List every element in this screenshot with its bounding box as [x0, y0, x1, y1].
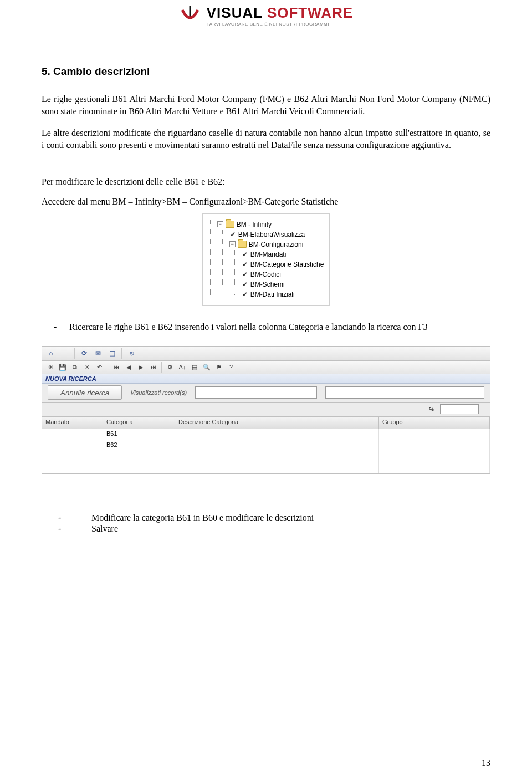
main-toolbar: ⌂ ≣ ⟳ ✉ ◫ ⎋	[42, 347, 490, 361]
page-number: 13	[482, 758, 490, 768]
find-icon[interactable]: 🔍	[201, 362, 212, 373]
folder-icon	[238, 241, 247, 248]
cell-gruppo[interactable]	[379, 440, 490, 451]
search-row: Annulla ricerca Visualizzati record(s)	[42, 384, 490, 403]
visualized-label: Visualizzati record(s)	[130, 389, 187, 396]
check-icon: ✔	[242, 251, 248, 258]
tree-node-config[interactable]: − BM-Configurazioni	[205, 240, 324, 250]
tree-label: BM - Infinity	[237, 221, 272, 228]
tree-label: BM-Dati Iniziali	[250, 291, 295, 298]
cell-mandato[interactable]	[42, 440, 103, 451]
paragraph-1: Le righe gestionali B61 Altri Marchi For…	[42, 93, 490, 117]
search-banner: NUOVA RICERCA	[42, 374, 490, 384]
cell-categoria-active[interactable]: B62	[103, 440, 175, 451]
table-row-empty[interactable]	[42, 462, 490, 473]
tree-label: BM-Codici	[250, 271, 281, 278]
progress-row: %	[42, 403, 490, 417]
logo-name-part1: VISUAL	[207, 4, 263, 21]
logo-mark-icon	[179, 4, 201, 27]
menu-tree-screenshot: − BM - Infinity ✔ BM-Elabora\Visualizza …	[42, 213, 490, 306]
percent-label: %	[429, 406, 434, 413]
bottom-list-item: -Modificare la categoria B61 in B60 e mo…	[42, 513, 490, 523]
undo-icon[interactable]: ↶	[94, 362, 105, 373]
list-icon[interactable]: ≣	[59, 347, 71, 359]
check-icon: ✔	[242, 291, 248, 298]
grid-header: Mandato Categoria Descrizione Categoria …	[42, 417, 490, 429]
list-text: Modificare la categoria B61 in B60 e mod…	[91, 513, 314, 522]
cell-gruppo[interactable]	[379, 429, 490, 440]
tree-node-root[interactable]: − BM - Infinity	[205, 220, 324, 230]
tree-label: BM-Mandati	[250, 251, 287, 258]
tree-node[interactable]: ✔ BM-Schemi	[205, 279, 324, 289]
first-record-icon[interactable]: ⏮	[111, 362, 122, 373]
logo-tagline: FARVI LAVORARE BENE È NEI NOSTRI PROGRAM…	[207, 22, 353, 27]
sort-az-icon[interactable]: A↓	[177, 362, 188, 373]
delete-icon[interactable]: ✕	[81, 362, 93, 373]
chart-icon[interactable]: ◫	[106, 347, 118, 359]
collapse-icon[interactable]: −	[229, 241, 236, 247]
col-descrizione[interactable]: Descrizione Categoria	[175, 417, 379, 429]
tree-label: BM-Elabora\Visualizza	[238, 231, 305, 238]
cancel-search-button[interactable]: Annulla ricerca	[48, 385, 122, 400]
flag-icon[interactable]: ⚑	[213, 362, 224, 373]
list-text: Ricercare le righe B61 e B62 inserendo i…	[69, 322, 427, 332]
last-record-icon[interactable]: ⏭	[147, 362, 158, 373]
col-mandato[interactable]: Mandato	[42, 417, 103, 429]
folder-icon	[226, 221, 234, 228]
tree-label: BM-Categorie Statistiche	[250, 261, 324, 268]
check-icon: ✔	[242, 261, 248, 268]
refresh-icon[interactable]: ⟳	[78, 347, 90, 359]
tree-node[interactable]: ✔ BM-Codici	[205, 269, 324, 279]
table-row[interactable]: B61	[42, 429, 490, 440]
check-icon: ✔	[229, 231, 236, 238]
check-icon: ✔	[242, 271, 248, 278]
search-banner-label: NUOVA RICERCA	[45, 375, 96, 382]
help-icon[interactable]: ?	[226, 362, 237, 373]
mail-icon[interactable]: ✉	[92, 347, 104, 359]
logo-name-part2: SOFTWARE	[267, 4, 353, 21]
next-record-icon[interactable]: ▶	[135, 362, 146, 373]
col-categoria[interactable]: Categoria	[103, 417, 175, 429]
subline-path: Accedere dal menu BM – Infinity>BM – Con…	[42, 196, 490, 208]
prev-record-icon[interactable]: ◀	[123, 362, 134, 373]
record-toolbar: ✳ 💾 ⧉ ✕ ↶ ⏮ ◀ ▶ ⏭ ⚙ A↓ ▤ 🔍 ⚑ ?	[42, 361, 490, 374]
tools-icon[interactable]: ⚙	[165, 362, 176, 373]
collapse-icon[interactable]: −	[217, 221, 223, 227]
section-title: 5. Cambio descrizioni	[42, 65, 490, 78]
home-icon[interactable]: ⌂	[45, 347, 57, 359]
exit-icon[interactable]: ⎋	[125, 347, 137, 359]
cell-categoria[interactable]: B61	[103, 429, 175, 440]
tree-node[interactable]: ✔ BM-Categorie Statistiche	[205, 259, 324, 269]
percent-field	[440, 404, 479, 414]
info-field	[325, 386, 484, 399]
cell-descrizione[interactable]	[175, 429, 379, 440]
tree-node[interactable]: ✔ BM-Dati Iniziali	[205, 289, 324, 299]
new-icon[interactable]: ✳	[45, 362, 56, 373]
save-icon[interactable]: 💾	[57, 362, 68, 373]
filter-icon[interactable]: ▤	[189, 362, 200, 373]
copy-icon[interactable]: ⧉	[69, 362, 80, 373]
table-row[interactable]: B62	[42, 440, 490, 451]
tree-node[interactable]: ✔ BM-Elabora\Visualizza	[205, 230, 324, 240]
doc-list-item: -Ricercare le righe B61 e B62 inserendo …	[42, 322, 490, 332]
paragraph-2: Le altre descrizioni modificate che rigu…	[42, 127, 490, 151]
check-icon: ✔	[242, 281, 248, 288]
tree-label: BM-Configurazioni	[249, 241, 304, 248]
tree-node[interactable]: ✔ BM-Mandati	[205, 250, 324, 259]
table-row-empty[interactable]	[42, 451, 490, 462]
app-grid-screenshot: ⌂ ≣ ⟳ ✉ ◫ ⎋ ✳ 💾 ⧉ ✕ ↶ ⏮ ◀ ▶ ⏭ ⚙ A↓ ▤ 🔍 ⚑…	[42, 346, 490, 474]
bottom-list-item: -Salvare	[42, 524, 490, 534]
col-gruppo[interactable]: Gruppo	[379, 417, 490, 429]
brand-logo: VISUAL SOFTWARE FARVI LAVORARE BENE È NE…	[42, 0, 490, 40]
subline-intro: Per modificare le descrizioni delle cell…	[42, 176, 490, 188]
cell-descrizione[interactable]	[175, 440, 379, 451]
list-text: Salvare	[91, 524, 118, 533]
cell-mandato[interactable]	[42, 429, 103, 440]
tree-label: BM-Schemi	[250, 281, 285, 288]
record-count-field	[195, 386, 317, 399]
